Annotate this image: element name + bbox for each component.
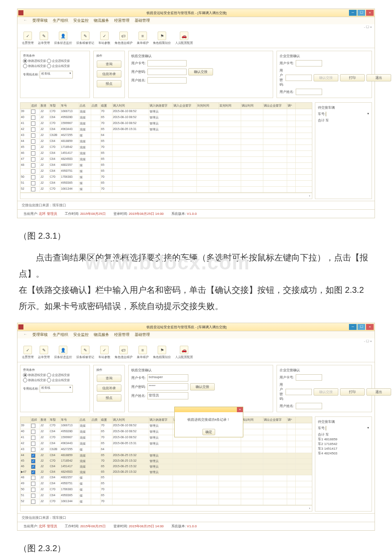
dedicated-line-select[interactable]: 机专线 ▾ [40, 71, 73, 78]
rail-confirm-button[interactable]: 确认交接 [190, 383, 215, 390]
window-maximize-button[interactable]: ☐ [357, 10, 365, 16]
print-button[interactable]: 打印 [340, 388, 365, 396]
radio-rail-out[interactable] [23, 64, 27, 68]
table-row[interactable]: 49J2C644950751煤65 [20, 481, 312, 487]
row-checkbox[interactable] [31, 448, 35, 452]
table-row[interactable]: 48J2C644802357煤65 [20, 475, 312, 481]
table-row[interactable]: 39J2C701666713混煤702015-08-10 08:52管理员 [20, 423, 312, 429]
window-maximize-button[interactable]: ☐ [357, 324, 365, 330]
table-row[interactable]: 45J2C701718542混煤70 [20, 145, 312, 151]
row-checkbox[interactable]: ✓ [31, 470, 35, 474]
tool-station-param[interactable]: ✓车站参数 [98, 346, 110, 359]
window-minimize-button[interactable]: ─ [349, 10, 357, 16]
ent-card-input[interactable] [296, 374, 322, 381]
menu-logistics-service[interactable]: 物流服务 [94, 332, 109, 338]
row-checkbox[interactable] [31, 476, 35, 480]
tool-role-info[interactable]: 🏷角色信息维护 [115, 346, 133, 359]
user-pwd-input[interactable] [147, 69, 187, 75]
row-checkbox[interactable]: ✓ [31, 459, 35, 463]
tool-role-auth[interactable]: ⚑角色权限划分 [153, 346, 171, 359]
table-row[interactable]: J2C644950751煤65 [20, 169, 312, 175]
row-checkbox[interactable] [31, 482, 35, 486]
carno-select[interactable]: ▾ [326, 112, 326, 116]
tool-warehouse-accept[interactable]: ✓仓票受理 [22, 32, 34, 45]
tool-menu-maintain[interactable]: ≡菜单维护 [137, 32, 149, 45]
row-checkbox[interactable] [31, 110, 35, 114]
row-checkbox[interactable] [31, 151, 35, 156]
menu-accept-review[interactable]: 受理审核 [32, 332, 48, 338]
row-checkbox[interactable] [31, 139, 35, 144]
table-row[interactable]: 52J2C701661344煤70 [20, 499, 312, 505]
tool-role-auth[interactable]: ⚑角色权限划分 [153, 32, 171, 45]
table-row[interactable]: 48J2C644802357煤65 [20, 163, 312, 169]
table-row[interactable]: 43J2C62B4627255煤64 [20, 133, 312, 139]
row-checkbox[interactable] [31, 175, 35, 179]
table-row[interactable]: 50J2C701706383煤70 [20, 487, 312, 493]
report-button[interactable]: 报点 [97, 80, 121, 87]
menu-production-organize[interactable]: 生产组织 [53, 18, 68, 23]
window-close-button[interactable]: × [366, 10, 374, 16]
radio-rail-in[interactable] [23, 373, 27, 377]
back-arrow-icon[interactable]: ← [23, 18, 27, 23]
ent-name-input[interactable] [296, 403, 322, 409]
menu-production-organize[interactable]: 生产组织 [53, 332, 68, 338]
table-scroll-right[interactable]: › [20, 505, 312, 511]
table-row[interactable]: 46✓J2C641451417混煤652015-08-25 15:32管理员 [20, 464, 312, 470]
radio-ent-out[interactable] [47, 378, 51, 382]
row-checkbox[interactable] [31, 494, 35, 498]
table-row[interactable]: 44J2C644818859混煤65 [20, 139, 312, 145]
tool-device-monitor[interactable]: 👤设备状态监控 [54, 346, 72, 359]
table-row[interactable]: 44✓J2C644818859混煤652015-08-25 15:32管理员 [20, 453, 312, 459]
ent-card-input[interactable] [296, 60, 322, 66]
tool-warehouse-accept[interactable]: ✓仓票受理 [22, 346, 34, 359]
table-row[interactable]: 41J2C701599967混煤702015-08-10 08:52管理员 [20, 435, 312, 441]
print-button[interactable]: 打印 [340, 74, 365, 81]
tool-station-param[interactable]: ✓车站参数 [98, 32, 110, 45]
table-row[interactable]: 52J2C701661344煤70 [20, 187, 312, 193]
table-scroll-right[interactable]: › [20, 193, 312, 199]
exit-button[interactable]: 退出 [366, 74, 391, 81]
menu-safety-monitor[interactable]: 安全监控 [73, 332, 89, 338]
menu-operation-manage[interactable]: 经营管理 [114, 18, 130, 23]
ent-pwd-input[interactable] [285, 389, 312, 395]
table-row[interactable]: 39J2C701666713混煤702015-08-10 08:52管理员 [20, 109, 312, 115]
row-checkbox[interactable] [31, 121, 35, 126]
row-checkbox[interactable] [31, 181, 35, 185]
user-pwd-input[interactable]: ***** [147, 383, 188, 390]
dedicated-line-select[interactable]: 机专线 ▾ [40, 385, 73, 393]
table-row[interactable]: 46J2C641451417混煤65 [20, 151, 312, 157]
table-row[interactable]: 40J2C644950280混煤652015-08-10 08:52管理员 [20, 115, 312, 121]
row-checkbox[interactable] [31, 500, 35, 504]
tool-device-repair[interactable]: ✎设备维修登记 [76, 346, 94, 359]
user-name-input[interactable] [147, 77, 187, 84]
radio-ent-in[interactable] [47, 59, 51, 63]
row-checkbox[interactable] [31, 133, 35, 138]
supplement-button[interactable]: 信息补录 [97, 384, 121, 392]
table-row[interactable]: 50J2C701706383煤70 [20, 175, 312, 181]
mdi-controls[interactable]: - ☐ × [17, 24, 375, 30]
query-button[interactable]: 查询 [97, 375, 121, 382]
table-row[interactable]: 45✓J2C701718542混煤702015-08-25 15:32管理员 [20, 459, 312, 464]
table-row[interactable]: 40J2C644950280混煤652015-08-10 08:52管理员 [20, 429, 312, 435]
radio-ent-in[interactable] [47, 373, 51, 377]
menu-logistics-service[interactable]: 物流服务 [94, 18, 109, 23]
ent-confirm-button[interactable]: 确认交接 [314, 74, 338, 81]
tool-staff-config[interactable]: 🚗人员配置配置 [175, 346, 193, 359]
exit-button[interactable]: 退出 [366, 388, 391, 396]
row-checkbox[interactable]: ✓ [31, 454, 35, 458]
user-card-input[interactable]: bchsuper [147, 374, 188, 382]
radio-rail-out[interactable] [23, 378, 27, 382]
menu-base-manage[interactable]: 基础管理 [135, 18, 150, 23]
row-checkbox[interactable] [31, 488, 35, 492]
row-checkbox[interactable] [31, 169, 35, 173]
mdi-controls[interactable]: - ☐ × [17, 338, 375, 344]
table-row[interactable]: 42J2C644963443混煤652015-08-05 15:31管理员 [20, 127, 312, 133]
user-card-input[interactable] [147, 60, 187, 66]
report-button[interactable]: 报点 [97, 394, 121, 402]
row-checkbox[interactable] [31, 163, 35, 168]
rail-confirm-button[interactable]: 确认交接 [188, 68, 213, 75]
table-row[interactable]: 51J2C644950365煤65 [20, 181, 312, 187]
table-row[interactable]: 41J2C701599967混煤702015-08-10 08:52管理员 [20, 121, 312, 127]
row-checkbox[interactable] [31, 127, 35, 132]
menu-operation-manage[interactable]: 经营管理 [114, 332, 130, 338]
